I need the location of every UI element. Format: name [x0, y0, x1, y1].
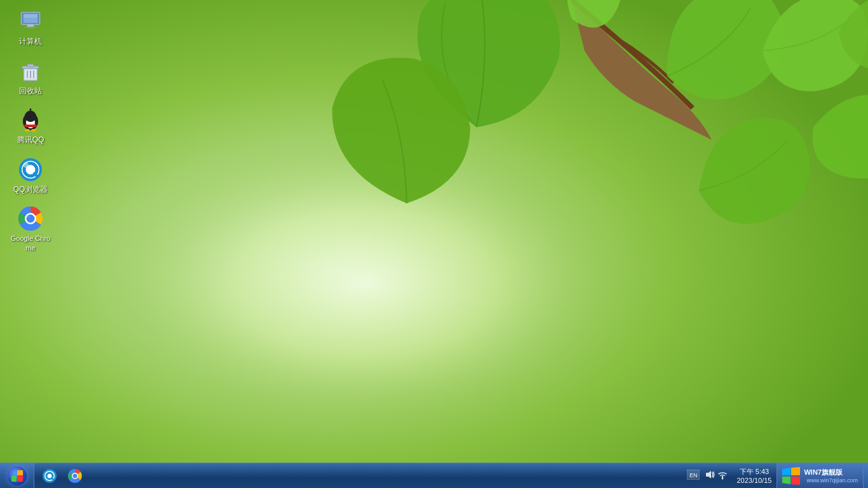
svg-point-23	[30, 109, 32, 111]
svg-point-31	[24, 163, 29, 168]
tray-icons: EN	[681, 470, 731, 482]
svg-point-25	[31, 129, 36, 132]
chrome-icon-label: Google Chrome	[9, 234, 52, 252]
svg-line-30	[34, 173, 37, 176]
computer-icon-label: 计算机	[19, 37, 42, 47]
recycle-icon	[18, 58, 43, 84]
win7-title: WIN7旗舰版	[804, 468, 858, 477]
taskbar: EN	[0, 463, 868, 488]
svg-point-42	[73, 473, 78, 478]
win7-logo-icon	[782, 467, 800, 485]
desktop-background	[0, 0, 868, 488]
taskbar-chrome-button[interactable]	[63, 464, 87, 487]
keyboard-icon[interactable]: EN	[684, 470, 702, 482]
win7-url: www.win7qijian.com	[806, 477, 858, 484]
qq-icon-label: 腾讯QQ	[17, 135, 44, 146]
chrome-icon	[18, 206, 43, 231]
svg-rect-21	[24, 125, 37, 127]
qqbrowser-icon-label: QQ浏览器	[13, 185, 48, 195]
svg-point-24	[25, 129, 30, 132]
svg-rect-7	[25, 27, 36, 28]
clock[interactable]: 下午 5:43 2023/10/15	[731, 463, 776, 489]
qq-icon	[18, 107, 43, 133]
network-icon[interactable]	[717, 470, 728, 482]
svg-point-35	[27, 215, 30, 218]
win7-branding: WIN7旗舰版 www.win7qijian.com	[776, 463, 863, 489]
desktop-icon-computer[interactable]: 计算机	[6, 6, 55, 50]
desktop-icons: 计算机 回收站	[6, 6, 55, 255]
svg-text:EN: EN	[689, 472, 698, 478]
desktop-icon-recycle[interactable]: 回收站	[6, 56, 55, 99]
show-desktop-button[interactable]	[863, 463, 868, 489]
svg-point-34	[27, 215, 35, 223]
system-tray: EN	[681, 463, 868, 489]
desktop: 计算机 回收站	[0, 0, 868, 488]
taskbar-pinned-area	[34, 463, 90, 489]
time-display: 下午 5:43	[740, 467, 769, 477]
desktop-icon-qqbrowser[interactable]: QQ浏览器	[6, 154, 55, 198]
qqbrowser-icon	[18, 157, 43, 182]
desktop-icon-qq[interactable]: 腾讯QQ	[6, 105, 55, 148]
svg-rect-14	[27, 64, 34, 67]
start-orb	[8, 466, 27, 485]
svg-rect-5	[24, 14, 37, 18]
start-button[interactable]	[0, 463, 34, 489]
svg-point-45	[722, 478, 724, 480]
computer-icon	[18, 9, 43, 34]
svg-rect-6	[27, 25, 34, 27]
date-display: 2023/10/15	[736, 477, 771, 484]
desktop-icon-chrome[interactable]: Google Chrome	[6, 203, 55, 255]
svg-point-26	[25, 111, 36, 122]
recycle-icon-label: 回收站	[19, 86, 42, 97]
volume-icon[interactable]	[705, 470, 715, 482]
svg-line-39	[52, 478, 54, 480]
taskbar-qqbrowser-button[interactable]	[37, 464, 62, 487]
